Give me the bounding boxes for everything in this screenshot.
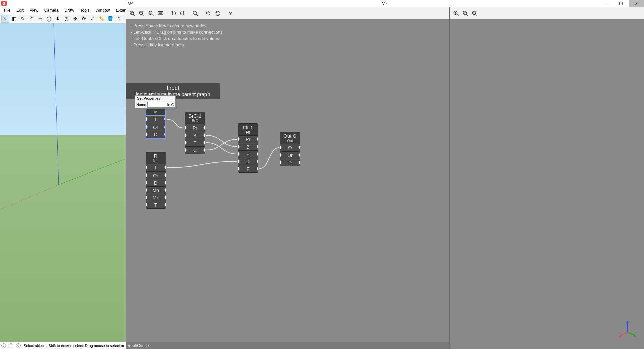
menu-tools[interactable]: Tools xyxy=(78,7,92,13)
pin-in[interactable] xyxy=(146,180,147,185)
help-icon[interactable]: ? xyxy=(226,9,235,18)
rotate-tool[interactable]: ⟳ xyxy=(80,15,88,23)
pin-in[interactable] xyxy=(146,165,147,170)
pin-out[interactable] xyxy=(298,153,300,157)
pin-out[interactable] xyxy=(164,180,166,185)
pin-out[interactable] xyxy=(164,195,166,200)
node-attr-d[interactable]: D xyxy=(280,159,300,166)
node-attr-i[interactable]: I xyxy=(146,116,165,123)
pencil-tool[interactable]: ✎ xyxy=(19,15,27,23)
tape-tool[interactable]: 📏 xyxy=(97,15,105,23)
move-tool[interactable]: ✥ xyxy=(71,15,79,23)
pin-in[interactable] xyxy=(280,153,282,157)
menu-file[interactable]: File xyxy=(1,7,13,13)
pin-out[interactable] xyxy=(257,159,258,164)
set-properties-popup[interactable]: Set Properties Name xyxy=(135,95,176,109)
refresh-all-icon[interactable] xyxy=(213,9,222,18)
node-n_r[interactable]: RNInIOrDMnMxT xyxy=(146,152,166,209)
pin-in[interactable] xyxy=(185,133,187,138)
eraser-tool[interactable]: ◧ xyxy=(10,15,18,23)
pin-in[interactable] xyxy=(280,160,282,165)
node-attr-pr[interactable]: Pr xyxy=(185,124,205,132)
node-attr-t[interactable]: T xyxy=(146,201,166,208)
node-attr-d[interactable]: D xyxy=(146,131,165,138)
circle-tool[interactable]: ◯ xyxy=(45,15,53,23)
pin-out[interactable] xyxy=(164,132,166,137)
pin-in[interactable] xyxy=(146,188,147,192)
select-tool[interactable]: ↖ xyxy=(1,15,9,23)
find-icon[interactable] xyxy=(191,9,200,18)
pin-out[interactable] xyxy=(164,188,166,192)
sketchup-viewport[interactable] xyxy=(0,23,126,342)
menu-draw[interactable]: Draw xyxy=(62,7,77,13)
node-attr-d[interactable]: D xyxy=(146,179,166,186)
name-input[interactable] xyxy=(147,102,175,108)
node-header[interactable]: In xyxy=(146,109,166,116)
undo-icon[interactable] xyxy=(169,9,178,18)
node-attr-mx[interactable]: Mx xyxy=(146,194,166,201)
pin-out[interactable] xyxy=(164,124,166,129)
node-attr-c[interactable]: C xyxy=(185,146,205,154)
pin-in[interactable] xyxy=(146,124,148,129)
pin-out[interactable] xyxy=(257,166,258,171)
node-header[interactable]: RNIn xyxy=(146,152,166,164)
node-graph-canvas[interactable]: - Press Space key to create new nodes- L… xyxy=(126,19,449,342)
pin-out[interactable] xyxy=(298,160,300,165)
wire[interactable] xyxy=(167,119,184,128)
zoom-in-icon[interactable] xyxy=(128,9,137,18)
node-header[interactable]: Out GOut xyxy=(280,132,300,144)
node-attr-t[interactable]: T xyxy=(185,139,205,146)
menu-camera[interactable]: Camera xyxy=(42,7,61,13)
pushpull-tool[interactable]: ⬍ xyxy=(54,15,62,23)
pin-out[interactable] xyxy=(203,140,205,145)
pin-in[interactable] xyxy=(238,152,240,156)
zoom-out-icon[interactable] xyxy=(137,9,146,18)
person-icon[interactable]: ☺ xyxy=(16,343,21,348)
pin-in[interactable] xyxy=(238,166,240,171)
pin-in[interactable] xyxy=(146,195,147,200)
node-attr-b[interactable]: B xyxy=(185,132,205,139)
rectangle-tool[interactable]: ▭ xyxy=(36,15,44,23)
refresh-icon[interactable] xyxy=(204,9,213,18)
pin-out[interactable] xyxy=(203,125,205,130)
node-header[interactable]: Flt-1Flt xyxy=(238,123,258,136)
orbit-tool[interactable]: ⚲ xyxy=(115,15,123,23)
geo-icon[interactable]: i xyxy=(9,343,13,348)
node-n_flt[interactable]: Flt-1FltPrBERF xyxy=(238,123,258,173)
pin-out[interactable] xyxy=(164,165,166,170)
wire[interactable] xyxy=(206,139,237,150)
pin-in[interactable] xyxy=(238,159,240,164)
menu-view[interactable]: View xyxy=(27,7,41,13)
pin-in[interactable] xyxy=(238,144,240,149)
pin-out[interactable] xyxy=(203,133,205,138)
node-attr-b[interactable]: B xyxy=(238,143,258,150)
arc-tool[interactable]: ◠ xyxy=(28,15,36,23)
node-attr-or[interactable]: Or xyxy=(146,171,166,179)
zoom-out-icon[interactable] xyxy=(461,9,470,18)
pin-out[interactable] xyxy=(257,137,258,141)
maximize-button[interactable]: ☐ xyxy=(613,0,629,7)
pin-in[interactable] xyxy=(280,145,282,150)
pin-in[interactable] xyxy=(146,173,147,178)
menu-edit[interactable]: Edit xyxy=(14,7,26,13)
zoom-reset-icon[interactable]: x xyxy=(470,9,479,18)
info-icon[interactable]: ? xyxy=(1,343,6,348)
pin-in[interactable] xyxy=(146,117,148,121)
pin-out[interactable] xyxy=(257,152,258,156)
wire[interactable] xyxy=(259,148,279,169)
node-header[interactable]: BrC-1BrC xyxy=(185,112,205,124)
pin-out[interactable] xyxy=(164,117,166,121)
pin-in[interactable] xyxy=(185,148,187,152)
offset-tool[interactable]: ◎ xyxy=(62,15,71,23)
zoom-in-icon[interactable] xyxy=(452,9,460,18)
wire[interactable] xyxy=(206,143,237,154)
pin-out[interactable] xyxy=(298,145,300,150)
node-n_in[interactable]: InIOrD xyxy=(146,109,166,139)
pin-in[interactable] xyxy=(238,137,240,141)
node-attr-e[interactable]: E xyxy=(238,150,258,158)
node-attr-mn[interactable]: Mn xyxy=(146,186,166,194)
close-button[interactable]: ✕ xyxy=(629,0,644,7)
node-attr-or[interactable]: Or xyxy=(146,123,165,131)
pin-out[interactable] xyxy=(257,144,258,149)
pin-out[interactable] xyxy=(164,202,166,207)
